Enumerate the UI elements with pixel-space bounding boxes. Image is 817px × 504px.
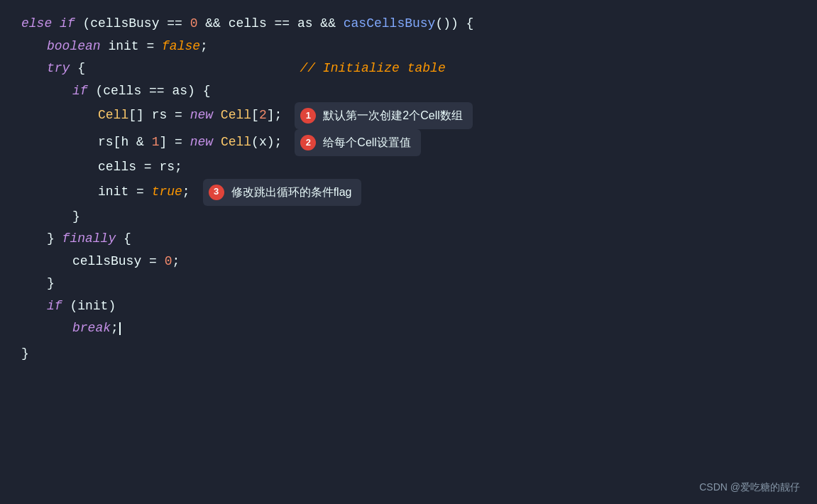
code-line-line6: rs[h & 1] = new Cell(x);2给每个Cell设置值 [21,129,796,156]
code-lines: else if (cellsBusy == 0 && cells == as &… [21,13,796,340]
code-line-line12: } [21,273,796,295]
code-text-line13: if (init) [47,295,116,318]
code-text-line6: rs[h & 1] = new Cell(x); [98,131,282,154]
annotation-number-2: 2 [300,135,316,150]
code-line-line4: if (cells == as) { [21,80,796,103]
annotation-text-3: 修改跳出循环的条件flag [231,182,352,202]
code-text-line11: cellsBusy = 0; [72,251,180,273]
code-line-line8: init = true;3修改跳出循环的条件flag [21,179,796,206]
code-line-line9: } [21,206,796,229]
code-text-line1: else if (cellsBusy == 0 && cells == as &… [21,13,473,35]
code-text-line8: init = true; [98,181,190,204]
code-line-line7: cells = rs; [21,156,796,179]
closing-brace: } [21,343,29,366]
code-line-line5: Cell[] rs = new Cell[2];1默认第一次创建2个Cell数组 [21,102,796,129]
code-line-line3: try { // Initialize table [21,57,796,80]
annotation-number-3: 3 [209,185,224,200]
annotation-bubble-2: 2给每个Cell设置值 [295,129,421,156]
code-line-line2: boolean init = false; [21,35,796,58]
code-line-line11: cellsBusy = 0; [21,251,796,273]
code-text-line2: boolean init = false; [47,35,208,58]
code-text-line7: cells = rs; [98,156,182,179]
code-line-line10: } finally { [21,228,796,251]
watermark: CSDN @爱吃糖的靓仔 [699,481,800,494]
annotation-number-1: 1 [300,108,316,124]
code-text-line9: } [72,206,80,229]
code-line-line13: if (init) [21,295,796,318]
code-line-line14: break; [21,317,796,340]
code-editor: else if (cellsBusy == 0 && cells == as &… [0,0,817,504]
code-text-line12: } [47,273,55,295]
code-text-line10: } finally { [47,228,131,251]
code-text-line3: try { // Initialize table [47,57,446,80]
text-cursor [119,322,121,335]
code-text-line14: break; [72,317,119,340]
annotation-bubble-1: 1默认第一次创建2个Cell数组 [295,102,472,129]
annotation-bubble-3: 3修改跳出循环的条件flag [203,179,362,206]
annotation-text-1: 默认第一次创建2个Cell数组 [323,106,462,126]
annotation-text-2: 给每个Cell设置值 [323,133,411,153]
code-text-line5: Cell[] rs = new Cell[2]; [98,104,282,127]
code-line-line1: else if (cellsBusy == 0 && cells == as &… [21,13,796,35]
code-text-line4: if (cells == as) { [72,80,210,103]
closing-brace-line: } [21,343,796,366]
